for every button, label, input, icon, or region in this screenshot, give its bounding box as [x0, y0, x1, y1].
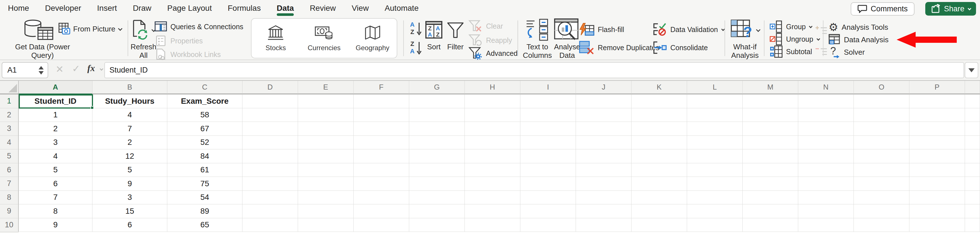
- what-if-analysis-button[interactable]: ? What-if Analysis: [728, 17, 762, 60]
- cell-E8[interactable]: [298, 191, 353, 204]
- cell-D8[interactable]: [242, 191, 298, 204]
- formula-bar-expand-button[interactable]: [965, 62, 978, 78]
- column-header-F[interactable]: F: [353, 81, 409, 94]
- cell-M3[interactable]: [743, 122, 798, 136]
- fill-handle[interactable]: [91, 106, 94, 109]
- cell-F3[interactable]: [353, 122, 409, 136]
- column-header-M[interactable]: M: [743, 81, 798, 94]
- column-header-N[interactable]: N: [798, 81, 854, 94]
- cell-G4[interactable]: [409, 136, 465, 150]
- cell-D1[interactable]: [242, 94, 298, 108]
- advanced-filter-button[interactable]: Advanced: [468, 47, 517, 60]
- cell-B5[interactable]: 12: [92, 149, 167, 163]
- cell-I9[interactable]: [520, 204, 576, 218]
- reapply-filter-button[interactable]: Reapply: [468, 34, 512, 46]
- cell-P1[interactable]: [909, 94, 965, 108]
- row-header-8[interactable]: 8: [0, 191, 19, 204]
- cell-G1[interactable]: [409, 94, 465, 108]
- workbook-links-button[interactable]: Workbook Links: [154, 48, 221, 61]
- cell-G2[interactable]: [409, 108, 465, 122]
- analyse-data-button[interactable]: Analyse Data: [552, 17, 582, 60]
- cell-B2[interactable]: 4: [92, 108, 167, 122]
- tab-page-layout[interactable]: Page Layout: [167, 0, 212, 16]
- cell-M6[interactable]: [743, 163, 798, 177]
- cell-C10[interactable]: 65: [167, 218, 242, 232]
- cell-M8[interactable]: [743, 191, 798, 204]
- cell-K1[interactable]: [632, 94, 687, 108]
- stocks-button[interactable]: Stocks: [251, 19, 300, 58]
- insert-function-button[interactable]: fx: [88, 63, 95, 73]
- cell-D5[interactable]: [242, 149, 298, 163]
- cell-G6[interactable]: [409, 163, 465, 177]
- cell-B3[interactable]: 7: [92, 122, 167, 136]
- cell-I2[interactable]: [520, 108, 576, 122]
- tab-draw[interactable]: Draw: [133, 0, 151, 16]
- comments-button[interactable]: Comments: [851, 2, 915, 16]
- cell-B1[interactable]: Study_Hours: [92, 94, 167, 108]
- cell-A8[interactable]: 7: [19, 191, 92, 204]
- cell-N10[interactable]: [798, 218, 854, 232]
- name-box[interactable]: A1: [2, 62, 48, 78]
- tab-home[interactable]: Home: [8, 0, 29, 16]
- cell-N9[interactable]: [798, 204, 854, 218]
- cell-N5[interactable]: [798, 149, 854, 163]
- cell-H9[interactable]: [465, 204, 520, 218]
- row-header-7[interactable]: 7: [0, 177, 19, 191]
- cell-N1[interactable]: [798, 94, 854, 108]
- cell-F5[interactable]: [353, 149, 409, 163]
- cell-F2[interactable]: [353, 108, 409, 122]
- clear-filter-button[interactable]: Clear: [468, 20, 503, 32]
- cell-I4[interactable]: [520, 136, 576, 150]
- cell-G3[interactable]: [409, 122, 465, 136]
- geography-button[interactable]: Geography: [348, 19, 397, 58]
- cell-I6[interactable]: [520, 163, 576, 177]
- cell-G9[interactable]: [409, 204, 465, 218]
- column-header-O[interactable]: O: [854, 81, 909, 94]
- cell-G7[interactable]: [409, 177, 465, 191]
- cell-P4[interactable]: [909, 136, 965, 150]
- cell-P3[interactable]: [909, 122, 965, 136]
- formula-input[interactable]: Student_ID: [104, 62, 964, 78]
- cell-L2[interactable]: [687, 108, 743, 122]
- cell-K9[interactable]: [632, 204, 687, 218]
- properties-button[interactable]: Properties: [154, 35, 203, 47]
- cell-I3[interactable]: [520, 122, 576, 136]
- cell-O9[interactable]: [854, 204, 909, 218]
- cell-H5[interactable]: [465, 149, 520, 163]
- column-header-P[interactable]: P: [909, 81, 965, 94]
- cell-K8[interactable]: [632, 191, 687, 204]
- cell-A9[interactable]: 8: [19, 204, 92, 218]
- cell-B4[interactable]: 2: [92, 136, 167, 150]
- cell-K2[interactable]: [632, 108, 687, 122]
- cell-H1[interactable]: [465, 94, 520, 108]
- cell-N4[interactable]: [798, 136, 854, 150]
- cell-M7[interactable]: [743, 177, 798, 191]
- cell-J4[interactable]: [576, 136, 632, 150]
- cell-E6[interactable]: [298, 163, 353, 177]
- text-to-columns-button[interactable]: Text to Columns: [522, 17, 553, 60]
- cell-F1[interactable]: [353, 94, 409, 108]
- cell-M4[interactable]: [743, 136, 798, 150]
- cell-F6[interactable]: [353, 163, 409, 177]
- cell-C9[interactable]: 89: [167, 204, 242, 218]
- sort-descending-button[interactable]: Z A: [410, 40, 423, 57]
- cell-O6[interactable]: [854, 163, 909, 177]
- refresh-all-button[interactable]: Refresh All: [128, 17, 159, 60]
- cell-H7[interactable]: [465, 177, 520, 191]
- cell-F10[interactable]: [353, 218, 409, 232]
- cell-J6[interactable]: [576, 163, 632, 177]
- data-analysis-button[interactable]: Data Analysis: [829, 33, 889, 46]
- cell-H3[interactable]: [465, 122, 520, 136]
- cell-K6[interactable]: [632, 163, 687, 177]
- row-header-6[interactable]: 6: [0, 163, 19, 177]
- cell-I1[interactable]: [520, 94, 576, 108]
- data-validation-button[interactable]: Data Validation: [653, 23, 724, 36]
- cell-O3[interactable]: [854, 122, 909, 136]
- cell-P10[interactable]: [909, 218, 965, 232]
- cell-P6[interactable]: [909, 163, 965, 177]
- column-header-I[interactable]: I: [520, 81, 576, 94]
- cell-K10[interactable]: [632, 218, 687, 232]
- share-button[interactable]: Share: [925, 2, 976, 16]
- remove-duplicates-button[interactable]: Remove Duplicates: [579, 41, 659, 54]
- tab-data[interactable]: Data: [277, 0, 294, 16]
